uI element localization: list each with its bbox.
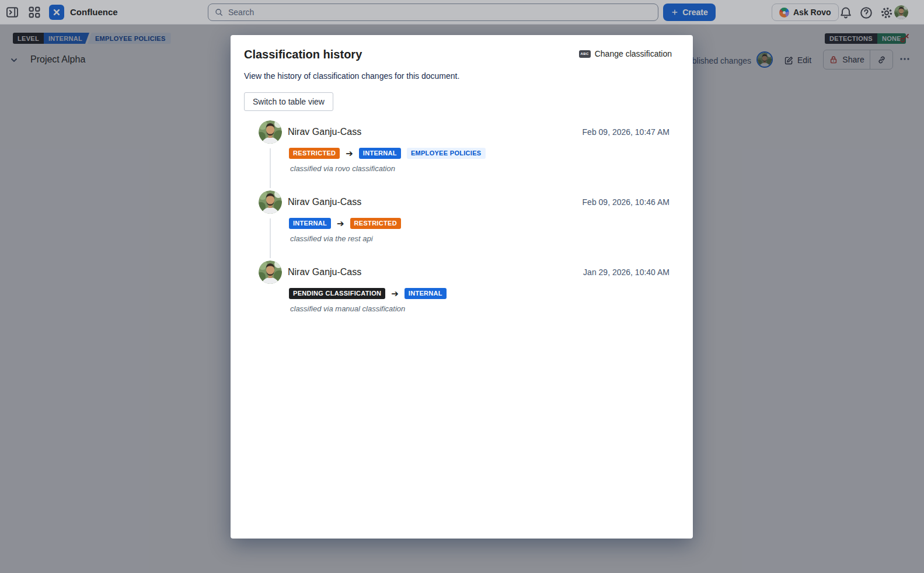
detections-badge: DETECTIONS NONE bbox=[825, 33, 906, 44]
classification-category-badge: EMPLOYEE POLICIES bbox=[407, 148, 486, 159]
author-name: Nirav Ganju-Cass bbox=[288, 267, 361, 277]
author-name: Nirav Ganju-Cass bbox=[288, 127, 361, 137]
ask-rovo-label: Ask Rovo bbox=[793, 8, 831, 17]
user-avatar[interactable] bbox=[894, 5, 908, 19]
create-button-label: Create bbox=[682, 8, 708, 17]
app-switcher-button[interactable] bbox=[27, 5, 42, 20]
top-navigation-bar: Confluence Create Ask Rovo bbox=[0, 0, 924, 25]
confluence-logo[interactable] bbox=[49, 5, 64, 20]
author-avatar bbox=[259, 261, 282, 284]
classification-badge-from: INTERNAL bbox=[289, 218, 331, 229]
edit-icon bbox=[784, 55, 794, 65]
share-button-group: Share bbox=[823, 50, 893, 70]
classification-change: INTERNAL ➔ RESTRICTED bbox=[289, 218, 670, 229]
app-title: Confluence bbox=[70, 0, 118, 25]
sidebar-toggle-button[interactable] bbox=[5, 5, 20, 20]
modal-description: View the history of classification chang… bbox=[244, 71, 459, 81]
detections-label: DETECTIONS bbox=[825, 33, 877, 44]
help-icon bbox=[859, 6, 873, 20]
classification-change: PENDING CLASSIFICATION ➔ INTERNAL bbox=[289, 288, 670, 299]
rovo-icon bbox=[779, 8, 789, 18]
classification-badge-to: INTERNAL bbox=[359, 148, 401, 159]
classification-level-label: LEVEL bbox=[13, 33, 44, 44]
classification-note: classified via manual classification bbox=[290, 304, 670, 313]
entry-timestamp: Feb 09, 2026, 10:46 AM bbox=[583, 197, 670, 207]
more-actions-button[interactable] bbox=[897, 53, 912, 67]
classification-flag[interactable]: LEVEL INTERNAL EMPLOYEE POLICIES bbox=[13, 33, 171, 44]
share-button[interactable]: Share bbox=[824, 50, 870, 69]
arrow-right-icon: ➔ bbox=[391, 289, 399, 298]
arrow-right-icon: ➔ bbox=[337, 219, 344, 228]
classification-badge-to: RESTRICTED bbox=[350, 218, 401, 229]
history-entry: Nirav Ganju-Cass Feb 09, 2026, 10:47 AM … bbox=[259, 120, 670, 190]
classification-note: classified via rovo classification bbox=[290, 164, 670, 173]
classification-note: classified via the rest api bbox=[290, 234, 670, 243]
search-bar[interactable] bbox=[208, 4, 658, 21]
classification-change: RESTRICTED ➔ INTERNAL EMPLOYEE POLICIES bbox=[289, 148, 670, 159]
classification-badge-to: INTERNAL bbox=[405, 288, 447, 299]
entry-timestamp: Jan 29, 2026, 10:40 AM bbox=[583, 268, 670, 277]
author-name: Nirav Ganju-Cass bbox=[288, 197, 361, 207]
change-classification-label: Change classification bbox=[595, 49, 672, 58]
sidebar-toggle-icon bbox=[5, 5, 19, 19]
gear-icon bbox=[880, 6, 894, 20]
settings-button[interactable] bbox=[879, 5, 894, 20]
collaborator-avatar[interactable] bbox=[756, 51, 773, 68]
more-horizontal-icon bbox=[899, 53, 911, 65]
classification-category-badge: EMPLOYEE POLICIES bbox=[88, 33, 171, 44]
bell-icon bbox=[839, 6, 853, 20]
ask-rovo-button[interactable]: Ask Rovo bbox=[772, 4, 839, 21]
create-button[interactable]: Create bbox=[663, 4, 716, 21]
link-icon bbox=[877, 55, 887, 65]
screen: Confluence Create Ask Rovo LEVEL bbox=[0, 0, 924, 573]
arrow-right-icon: ➔ bbox=[346, 149, 353, 158]
search-icon bbox=[214, 8, 224, 17]
collapse-button[interactable] bbox=[8, 55, 20, 67]
history-entry: Nirav Ganju-Cass Feb 09, 2026, 10:46 AM … bbox=[259, 190, 670, 261]
entry-timestamp: Feb 09, 2026, 10:47 AM bbox=[583, 127, 670, 137]
author-avatar bbox=[259, 190, 282, 214]
copy-link-button[interactable] bbox=[870, 50, 892, 69]
page-title: Project Alpha bbox=[30, 54, 85, 65]
help-button[interactable] bbox=[859, 5, 874, 20]
classification-history-list: Nirav Ganju-Cass Feb 09, 2026, 10:47 AM … bbox=[259, 120, 670, 331]
classification-level-value: INTERNAL bbox=[44, 33, 89, 44]
edit-button[interactable]: Edit bbox=[784, 53, 811, 68]
notifications-button[interactable] bbox=[838, 5, 853, 20]
modal-title: Classification history bbox=[244, 48, 362, 61]
classification-tag-icon: ABC bbox=[579, 50, 591, 58]
lock-icon bbox=[829, 55, 838, 64]
app-switcher-icon bbox=[27, 5, 41, 19]
classification-history-modal: Classification history ABC Change classi… bbox=[231, 35, 693, 539]
edit-label: Edit bbox=[797, 55, 811, 65]
plus-icon bbox=[671, 8, 679, 16]
key-icon[interactable] bbox=[899, 32, 911, 44]
chevron-down-icon bbox=[9, 55, 19, 65]
classification-badge-from: PENDING CLASSIFICATION bbox=[289, 288, 385, 299]
change-classification-button[interactable]: ABC Change classification bbox=[579, 49, 672, 58]
author-avatar bbox=[259, 120, 282, 144]
share-label: Share bbox=[842, 55, 864, 64]
switch-to-table-view-button[interactable]: Switch to table view bbox=[244, 92, 333, 111]
search-input[interactable] bbox=[228, 8, 652, 17]
classification-badge-from: RESTRICTED bbox=[289, 148, 340, 159]
history-entry: Nirav Ganju-Cass Jan 29, 2026, 10:40 AM … bbox=[259, 261, 670, 331]
